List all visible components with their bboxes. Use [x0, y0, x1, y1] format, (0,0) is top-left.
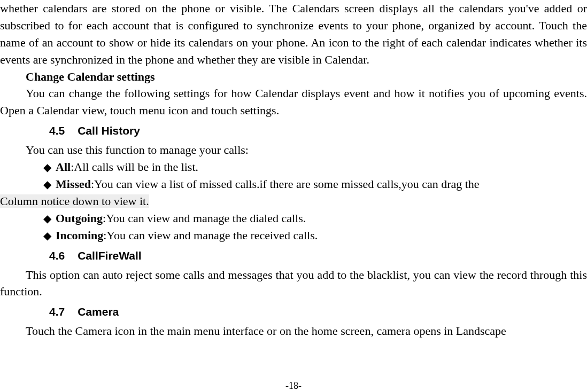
bullet-text: :All calls will be in the list. — [71, 160, 198, 174]
bullet-all: ◆All:All calls will be in the list. — [0, 159, 587, 176]
section-heading-callfirewall: 4.6CallFireWall — [49, 249, 587, 262]
bullet-text: :You can view a list of missed calls.if … — [91, 177, 480, 191]
change-settings-heading-line: Change Calendar settings — [0, 68, 587, 85]
bullet-text: :You can view and manage the received ca… — [103, 229, 318, 242]
bullet-label: Missed — [56, 177, 91, 191]
diamond-icon: ◆ — [26, 159, 51, 176]
section-heading-camera: 4.7Camera — [49, 305, 587, 318]
diamond-icon: ◆ — [26, 210, 51, 227]
call-history-intro: You can use this function to manage your… — [0, 142, 587, 159]
intro-paragraph: whether calendars are stored on the phon… — [0, 0, 587, 68]
section-title: CallFireWall — [78, 249, 141, 262]
highlighted-text: Column notice down to view it. — [0, 194, 149, 208]
section-title: Camera — [78, 305, 119, 318]
page-number: -18- — [0, 380, 587, 391]
section-number: 4.7 — [49, 305, 65, 318]
bullet-missed: ◆Missed:You can view a list of missed ca… — [0, 176, 587, 193]
change-settings-body: You can change the following settings fo… — [0, 85, 587, 119]
section-title: Call History — [78, 124, 140, 137]
document-page: whether calendars are stored on the phon… — [0, 0, 587, 340]
firewall-body: This option can auto reject some calls a… — [0, 266, 587, 301]
section-number: 4.6 — [49, 249, 65, 262]
camera-body: Touch the Camera icon in the main menu i… — [0, 323, 587, 340]
diamond-icon: ◆ — [26, 227, 51, 244]
bullet-text: :You can view and manage the dialed call… — [103, 211, 306, 225]
bullet-label: Outgoing — [56, 211, 103, 225]
bullet-outgoing: ◆Outgoing:You can view and manage the di… — [0, 210, 587, 227]
section-heading-call-history: 4.5Call History — [49, 124, 587, 137]
bullet-missed-line2: Column notice down to view it. — [0, 193, 587, 210]
bullet-label: All — [56, 160, 71, 174]
section-number: 4.5 — [49, 124, 65, 137]
bullet-incoming: ◆Incoming:You can view and manage the re… — [0, 227, 587, 244]
diamond-icon: ◆ — [26, 176, 51, 193]
change-settings-heading: Change Calendar settings — [26, 70, 155, 83]
bullet-label: Incoming — [56, 229, 103, 242]
